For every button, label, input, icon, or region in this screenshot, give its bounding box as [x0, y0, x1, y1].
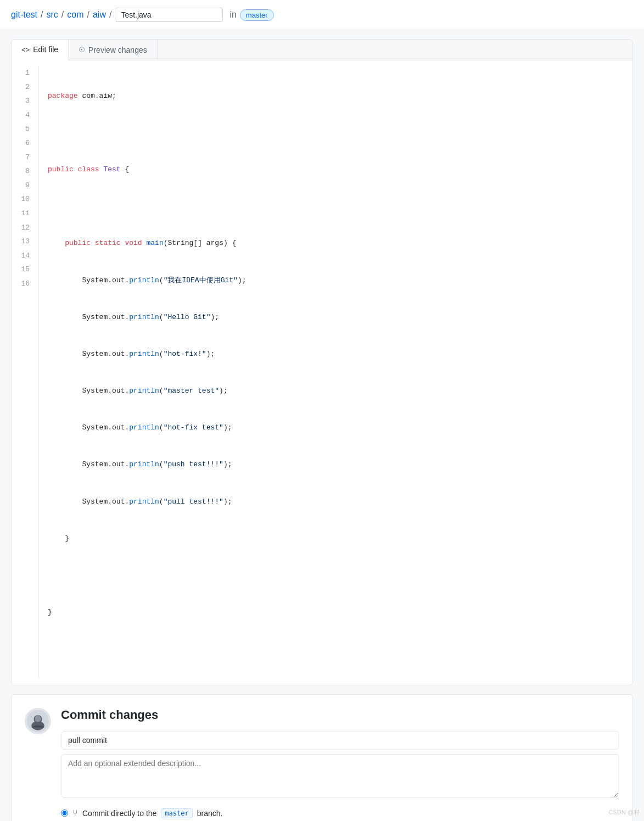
- commit-title: Commit changes: [61, 708, 619, 722]
- code-editor[interactable]: 1234 5678 9101112 13141516 package com.a…: [12, 60, 632, 685]
- tab-preview-label: Preview changes: [88, 46, 147, 54]
- branch-icon: ⑂: [72, 808, 78, 818]
- radio-group: ⑂ Commit directly to the master branch. …: [61, 808, 619, 821]
- breadcrumb-in-label: in: [229, 10, 236, 20]
- breadcrumb-repo[interactable]: git-test: [11, 10, 37, 20]
- branch-badge: master: [240, 9, 274, 21]
- radio-direct[interactable]: [61, 809, 68, 817]
- editor-tabs: <> Edit file ☉ Preview changes: [12, 40, 632, 60]
- radio1-branch: master: [161, 808, 192, 818]
- avatar: [25, 708, 51, 734]
- tab-preview-changes[interactable]: ☉ Preview changes: [69, 40, 158, 60]
- radio-option-direct: ⑂ Commit directly to the master branch.: [61, 808, 619, 818]
- tab-edit-label: Edit file: [33, 45, 58, 54]
- edit-icon: <>: [21, 46, 30, 54]
- avatar-svg: [27, 710, 49, 732]
- preview-icon: ☉: [79, 46, 85, 54]
- svg-point-3: [35, 716, 41, 722]
- breadcrumb-aiw[interactable]: aiw: [93, 10, 106, 20]
- filename-input[interactable]: [115, 8, 223, 22]
- tab-edit-file[interactable]: <> Edit file: [12, 40, 69, 60]
- commit-subject-input[interactable]: [61, 731, 619, 750]
- radio1-label: Commit directly to the: [82, 809, 156, 818]
- editor-container: <> Edit file ☉ Preview changes 1234 5678…: [11, 39, 633, 685]
- code-content[interactable]: package com.aiw; public class Test { pub…: [39, 66, 632, 679]
- commit-description-input[interactable]: [61, 754, 619, 798]
- watermark: CSDN @村: [609, 808, 640, 817]
- breadcrumb-com[interactable]: com: [67, 10, 83, 20]
- breadcrumb-sep2: /: [61, 10, 64, 20]
- line-numbers: 1234 5678 9101112 13141516: [12, 66, 39, 679]
- breadcrumb-sep4: /: [109, 10, 111, 20]
- avatar-area: [25, 708, 52, 821]
- breadcrumb-sep1: /: [41, 10, 43, 20]
- breadcrumb-sep3: /: [87, 10, 89, 20]
- commit-section: Commit changes ⑂ Commit directly to the …: [11, 694, 633, 821]
- commit-form: Commit changes ⑂ Commit directly to the …: [61, 708, 619, 821]
- breadcrumb: git-test / src / com / aiw / in master: [0, 0, 644, 30]
- radio1-suffix: branch.: [197, 809, 223, 818]
- breadcrumb-src[interactable]: src: [46, 10, 58, 20]
